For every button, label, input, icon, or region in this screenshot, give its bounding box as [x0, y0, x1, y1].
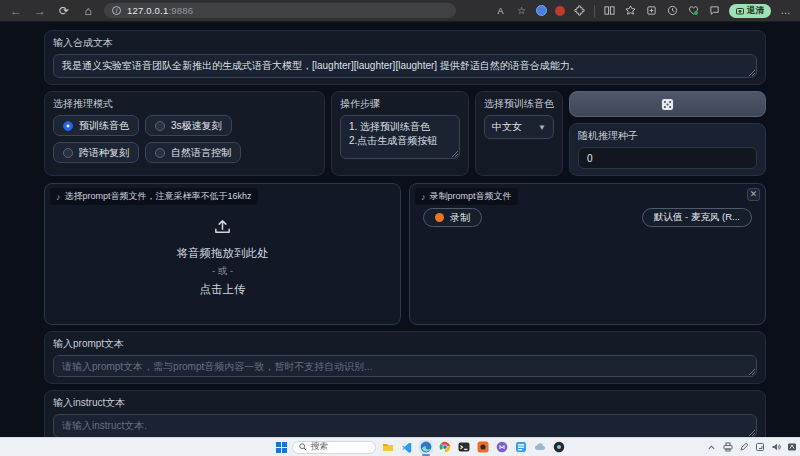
taskbar-dark-app-icon[interactable] — [552, 440, 566, 454]
click-upload-text: 点击上传 — [200, 282, 246, 297]
split-screen-icon[interactable] — [603, 4, 616, 17]
synthesis-text-label: 输入合成文本 — [53, 37, 757, 49]
prompt-audio-upload-card: ♪ 选择prompt音频文件，注意采样率不低于16khz 将音频拖放到此处 - … — [44, 183, 401, 325]
upload-icon — [213, 217, 232, 236]
taskbar-orange-app-icon[interactable] — [476, 440, 490, 454]
dice-icon — [661, 98, 674, 111]
resize-handle[interactable] — [748, 429, 755, 436]
tray-chevron-up-icon[interactable] — [706, 442, 717, 453]
random-seed-dice-button[interactable] — [569, 91, 766, 117]
inference-mode-block: 选择推理模式 预训练音色 3s极速复刻 跨语种复刻 — [44, 91, 325, 176]
site-info-icon[interactable]: i — [112, 6, 121, 15]
radio-icon — [63, 148, 73, 158]
start-button[interactable] — [276, 442, 287, 453]
toolbar-divider — [594, 5, 595, 17]
address-bar[interactable]: i 127.0.0.1:9886 — [104, 3, 456, 18]
tray-pen-icon[interactable] — [738, 442, 749, 453]
taskbar-purple-app-icon[interactable] — [495, 440, 509, 454]
browser-toolbar: ← → ⟳ ⌂ i 127.0.0.1:9886 A ☆ — [0, 0, 800, 22]
tray-input-language-icon[interactable] — [786, 442, 797, 453]
synthesis-text-block: 输入合成文本 我是通义实验室语音团队全新推出的生成式语音大模型，[laughte… — [44, 30, 766, 85]
history-icon[interactable] — [666, 4, 679, 17]
mode-option-crosslingual[interactable]: 跨语种复刻 — [53, 142, 139, 163]
browser-essentials-icon[interactable] — [687, 4, 700, 17]
favorites-icon[interactable] — [624, 4, 637, 17]
voice-select-label: 选择预训练音色 — [484, 98, 554, 110]
tray-cast-icon[interactable] — [754, 442, 765, 453]
taskbar-search[interactable]: 搜索 — [292, 441, 376, 454]
mode-option-natural-language[interactable]: 自然语言控制 — [145, 142, 241, 163]
read-aloud-icon[interactable]: A — [494, 4, 507, 17]
prompt-text-input[interactable] — [53, 355, 757, 377]
taskbar-vscode-icon[interactable] — [400, 440, 414, 454]
drop-text: 将音频拖放到此处 — [177, 246, 269, 261]
extension-red-icon[interactable] — [555, 6, 565, 16]
resize-handle[interactable] — [451, 150, 458, 157]
mode-option-3s-clone[interactable]: 3s极速复刻 — [145, 115, 232, 136]
taskbar-file-explorer-icon[interactable] — [381, 440, 395, 454]
search-icon — [299, 443, 307, 451]
windows-taskbar: 搜索 — [0, 437, 800, 456]
prompt-text-label: 输入prompt文本 — [53, 338, 757, 350]
instruct-text-label: 输入instruct文本 — [53, 397, 757, 409]
record-button[interactable]: 录制 — [423, 208, 482, 227]
extensions-puzzle-icon[interactable] — [573, 4, 586, 17]
steps-input[interactable]: 1. 选择预训练音色 2.点击生成音频按钮 — [340, 115, 460, 159]
steps-label: 操作步骤 — [340, 98, 460, 110]
chevron-down-icon: ▼ — [538, 123, 546, 132]
more-menu-icon[interactable]: … — [779, 4, 792, 17]
taskbar-chrome-icon[interactable] — [438, 440, 452, 454]
pill-camera-icon — [736, 7, 744, 15]
refresh-icon[interactable]: ⟳ — [56, 0, 72, 22]
tray-speaker-icon[interactable] — [770, 442, 781, 453]
voice-select-block: 选择预训练音色 中文女 ▼ — [475, 91, 563, 176]
instruct-text-input[interactable] — [53, 414, 757, 438]
microphone-device-select[interactable]: 默认值 - 麦克风 (R... — [642, 208, 752, 227]
favorite-star-icon[interactable]: ☆ — [515, 4, 528, 17]
prompt-audio-record-card: ♪ 录制prompt音频文件 ✕ 录制 默认值 - 麦克风 (R... — [409, 183, 766, 325]
seed-label: 随机推理种子 — [578, 130, 757, 142]
home-icon[interactable]: ⌂ — [80, 0, 96, 22]
or-text: - 或 - — [212, 265, 233, 278]
mode-option-pretrained[interactable]: 预训练音色 — [53, 115, 139, 136]
extension-avatar-icon[interactable] — [536, 5, 547, 16]
audio-drop-zone[interactable]: 将音频拖放到此处 - 或 - 点击上传 — [45, 184, 400, 324]
collections-icon[interactable] — [645, 4, 658, 17]
voice-dropdown[interactable]: 中文女 ▼ — [484, 115, 554, 139]
extension-profile-pill[interactable]: 退清 — [729, 4, 771, 18]
resize-handle[interactable] — [748, 69, 755, 76]
inference-mode-label: 选择推理模式 — [53, 98, 316, 110]
taskbar-terminal-icon[interactable] — [457, 440, 471, 454]
music-note-icon: ♪ — [421, 192, 426, 202]
record-card-label: ♪ 录制prompt音频文件 — [415, 188, 518, 205]
prompt-text-block: 输入prompt文本 — [44, 331, 766, 384]
record-dot-icon — [435, 213, 444, 222]
radio-selected-icon — [63, 121, 73, 131]
seed-block: 随机推理种子 — [569, 123, 766, 176]
taskbar-blue-app-icon[interactable] — [514, 440, 528, 454]
back-icon[interactable]: ← — [8, 0, 24, 22]
steps-block: 操作步骤 1. 选择预训练音色 2.点击生成音频按钮 — [331, 91, 469, 176]
url-text: 127.0.0.1:9886 — [127, 5, 193, 16]
radio-icon — [155, 121, 165, 131]
taskbar-edge-icon[interactable] — [419, 440, 433, 454]
tray-printer-icon[interactable] — [722, 442, 733, 453]
resize-handle[interactable] — [748, 368, 755, 375]
forward-icon[interactable]: → — [32, 0, 48, 22]
web-page: 输入合成文本 我是通义实验室语音团队全新推出的生成式语音大模型，[laughte… — [0, 22, 800, 437]
radio-icon — [155, 148, 165, 158]
close-icon[interactable]: ✕ — [747, 188, 760, 201]
synthesis-text-input[interactable]: 我是通义实验室语音团队全新推出的生成式语音大模型，[laughter][laug… — [53, 54, 757, 78]
seed-input[interactable] — [578, 147, 757, 169]
copilot-chat-icon[interactable] — [708, 4, 721, 17]
taskbar-cloud-app-icon[interactable] — [533, 440, 547, 454]
